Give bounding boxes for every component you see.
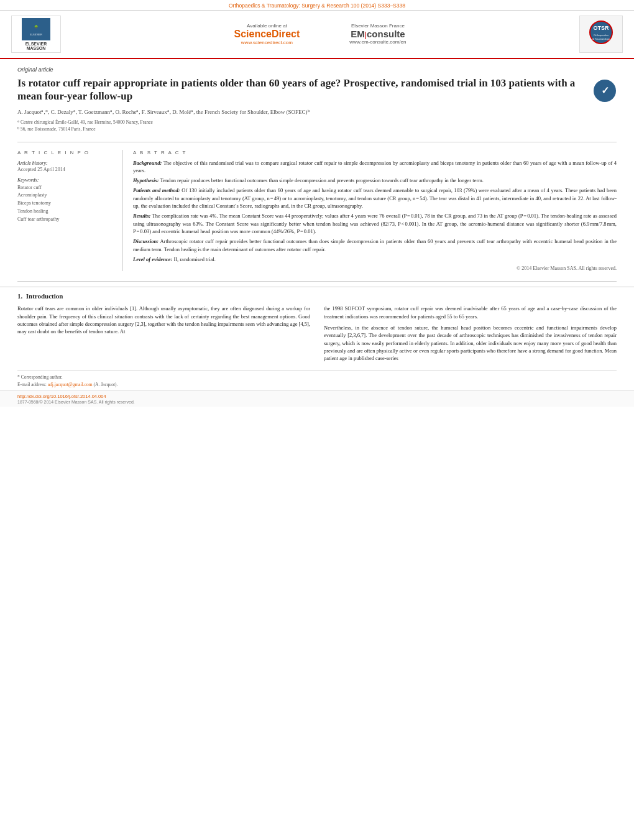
svg-text:Orthopaedics: Orthopaedics xyxy=(594,34,609,37)
level-text: II, randomised trial. xyxy=(173,256,216,262)
email-name: (A. Jacquot). xyxy=(94,382,118,387)
emconsulte-url[interactable]: www.em-consulte.com/en xyxy=(349,39,406,45)
elsevier-tree-icon: 🌳 ELSEVIER xyxy=(22,18,50,40)
abstract-header: A B S T R A C T xyxy=(133,150,617,155)
sciencedirect-block: Available online at ScienceDirect www.sc… xyxy=(234,23,300,45)
section-number: 1. Introduction xyxy=(17,292,617,300)
title-row: Is rotator cuff repair appropriate in pa… xyxy=(17,76,617,103)
background-text: The objective of this randomised trial w… xyxy=(133,160,617,173)
doi-rights: 1877-0568/© 2014 Elsevier Masson SAS. Al… xyxy=(17,400,617,404)
page: Orthopaedics & Traumatology: Surgery & R… xyxy=(0,0,634,840)
abstract-text: Background: The objective of this random… xyxy=(133,159,617,264)
intro-col-right: the 1998 SOFCOT symposium, rotator cuff … xyxy=(324,305,617,366)
email-link[interactable]: adj.jacquot@gmail.com xyxy=(48,382,93,387)
keywords-label: Keywords: xyxy=(17,177,113,183)
article-type: Original article xyxy=(17,67,617,73)
hypothesis-label: Hypothesis: xyxy=(133,177,159,183)
emconsulte-block: Elsevier Masson France EM|consulte www.e… xyxy=(349,23,406,45)
svg-text:🌳: 🌳 xyxy=(34,25,39,29)
article-title: Is rotator cuff repair appropriate in pa… xyxy=(17,76,587,103)
footnote-email: E-mail address: adj.jacquot@gmail.com (A… xyxy=(17,381,617,388)
affiliations: ᵃ Centre chirurgical Émile-Gallé, 49, ru… xyxy=(17,119,617,133)
email-label: E-mail address: xyxy=(17,382,47,387)
keyword-cuff-tear: Cuff tear arthropathy xyxy=(17,216,113,224)
keyword-tendon-healing: Tendon healing xyxy=(17,208,113,216)
hypothesis-text: Tendon repair produces better functional… xyxy=(160,177,484,183)
intro-two-col: Rotator cuff tears are common in older i… xyxy=(0,305,634,371)
article-header: Original article Is rotator cuff repair … xyxy=(0,59,634,137)
affiliation-a: ᵃ Centre chirurgical Émile-Gallé, 49, ru… xyxy=(17,119,617,126)
footnote-area: * Corresponding author. E-mail address: … xyxy=(17,371,617,388)
otsr-icon: OTSR Orthopaedics & Traumatology xyxy=(586,19,617,50)
svg-text:OTSR: OTSR xyxy=(593,25,609,31)
two-col-section: A R T I C L E I N F O Article history: A… xyxy=(0,147,634,277)
emconsulte-logo: EM|consulte xyxy=(349,29,406,39)
elsevier-masson-text: Elsevier Masson France xyxy=(349,23,406,29)
otsr-logo: OTSR Orthopaedics & Traumatology xyxy=(579,16,623,53)
header-logos: 🌳 ELSEVIER ELSEVIERMASSON Available onli… xyxy=(0,11,634,59)
accepted-date: Accepted 25 April 2014 xyxy=(17,167,113,172)
abstract-col: A B S T R A C T Background: The objectiv… xyxy=(123,150,617,272)
intro-col-left: Rotator cuff tears are common in older i… xyxy=(17,305,310,366)
journal-title[interactable]: Orthopaedics & Traumatology: Surgery & R… xyxy=(229,2,405,9)
copyright: © 2014 Elsevier Masson SAS. All rights r… xyxy=(133,265,617,271)
article-info-col: A R T I C L E I N F O Article history: A… xyxy=(17,150,123,272)
results-label: Results: xyxy=(133,213,150,219)
background-label: Background: xyxy=(133,160,162,166)
article-info-header: A R T I C L E I N F O xyxy=(17,150,113,155)
keyword-acromioplasty: Acromioplasty xyxy=(17,192,113,200)
journal-bar: Orthopaedics & Traumatology: Surgery & R… xyxy=(0,0,634,11)
elsevier-masson-logo: 🌳 ELSEVIER ELSEVIERMASSON xyxy=(11,16,61,53)
sciencedirect-url[interactable]: www.sciencedirect.com xyxy=(234,40,300,45)
results-text: The complication rate was 4%. The mean C… xyxy=(133,213,617,234)
intro-section-header: 1. Introduction xyxy=(0,287,634,305)
elsevier-masson-label: ELSEVIERMASSON xyxy=(25,42,47,50)
svg-rect-0 xyxy=(22,18,50,40)
divider-2 xyxy=(17,281,617,282)
svg-text:ELSEVIER: ELSEVIER xyxy=(30,33,42,36)
crossmark-icon[interactable]: ✓ xyxy=(593,79,617,103)
abstract-results: Results: The complication rate was 4%. T… xyxy=(133,212,617,235)
discussion-text: Arthroscopic rotator cuff repair provide… xyxy=(133,238,617,252)
abstract-discussion: Discussion: Arthroscopic rotator cuff re… xyxy=(133,238,617,253)
footnote-star: * Corresponding author. xyxy=(17,374,617,381)
abstract-hypothesis: Hypothesis: Tendon repair produces bette… xyxy=(133,177,617,184)
svg-text:✓: ✓ xyxy=(601,85,609,96)
abstract-patients: Patients and method: Of 130 initially in… xyxy=(133,187,617,210)
sciencedirect-label[interactable]: ScienceDirect xyxy=(234,29,300,40)
intro-p2: the 1998 SOFCOT symposium, rotator cuff … xyxy=(324,305,617,320)
authors: A. Jacquotᵃ,*, C. Dezalyᵃ, T. Goetzmannᵃ… xyxy=(17,108,617,117)
intro-p1: Rotator cuff tears are common in older i… xyxy=(17,305,310,335)
abstract-background: Background: The objective of this random… xyxy=(133,159,617,175)
patients-text: Of 130 initially included patients older… xyxy=(133,187,617,209)
level-label: Level of evidence: xyxy=(133,256,172,262)
keyword-biceps-tenotomy: Biceps tenotomy xyxy=(17,200,113,208)
doi-bar: http://dx.doi.org/10.1016/j.otsr.2014.04… xyxy=(0,390,634,407)
patients-label: Patients and method: xyxy=(133,187,180,193)
abstract-level: Level of evidence: II, randomised trial. xyxy=(133,256,617,263)
discussion-label: Discussion: xyxy=(133,238,158,244)
doi-link[interactable]: http://dx.doi.org/10.1016/j.otsr.2014.04… xyxy=(17,394,617,399)
available-online-text: Available online at xyxy=(234,23,300,29)
header-center: Available online at ScienceDirect www.sc… xyxy=(234,23,407,45)
svg-text:& Traumatology: & Traumatology xyxy=(592,37,610,40)
divider-1 xyxy=(17,142,617,142)
affiliation-b: ᵇ 56, rue Boissonade, 75014 Paris, Franc… xyxy=(17,126,617,132)
intro-p3: Nevertheless, in the absence of tendon s… xyxy=(324,324,617,362)
keyword-rotator-cuff: Rotator cuff xyxy=(17,184,113,192)
history-label: Article history: xyxy=(17,160,113,166)
